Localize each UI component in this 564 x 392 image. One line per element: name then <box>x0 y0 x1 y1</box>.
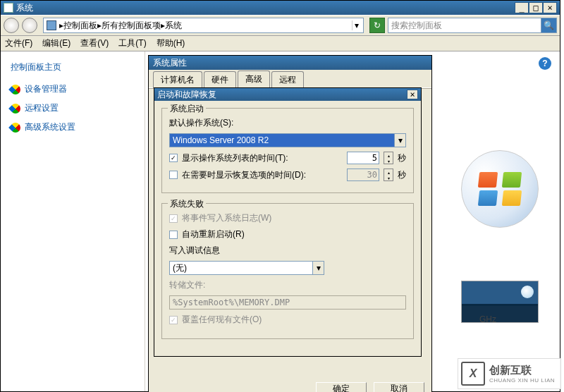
menu-view[interactable]: 查看(V) <box>80 37 109 49</box>
dialog-title: 启动和故障恢复 <box>157 89 216 101</box>
dialog-title[interactable]: 系统属性 <box>149 56 431 70</box>
default-os-value: Windows Server 2008 R2 <box>173 135 269 145</box>
overwrite-checkbox: ✓ <box>169 316 178 324</box>
computer-icon <box>47 20 56 30</box>
show-recovery-checkbox[interactable] <box>169 171 178 179</box>
breadcrumb-dropdown[interactable]: ▾ <box>352 20 360 30</box>
cpu-ghz-label: GHz <box>479 314 496 324</box>
write-event-checkbox: ✓ <box>169 214 178 223</box>
default-os-select[interactable]: Windows Server 2008 R2 ▾ <box>169 133 406 147</box>
windows-logo <box>461 150 539 228</box>
show-recovery-label: 在需要时显示恢复选项的时间(D): <box>182 169 343 181</box>
search-button[interactable]: 🔍 <box>541 18 556 32</box>
sidebar-item-device-manager[interactable]: 设备管理器 <box>11 83 135 95</box>
dump-file-path: %SystemRoot%\MEMORY.DMP <box>169 295 406 310</box>
tab-hardware[interactable]: 硬件 <box>204 71 236 88</box>
tab-remote[interactable]: 远程 <box>271 71 304 88</box>
sidebar: 控制面板主页 设备管理器 远程设置 高级系统设置 另请参阅 操作中心 Windo… <box>1 51 145 391</box>
show-os-list-checkbox[interactable]: ✓ <box>169 154 178 162</box>
watermark-logo: X <box>461 362 485 386</box>
chevron-down-icon[interactable]: ▾ <box>312 262 324 274</box>
dialog-titlebar[interactable]: 启动和故障恢复 × <box>154 88 421 101</box>
control-panel-home-link[interactable]: 控制面板主页 <box>11 61 135 73</box>
shield-icon <box>8 82 23 97</box>
startup-recovery-dialog: 启动和故障恢复 × 系统启动 默认操作系统(S): Windows Server… <box>154 87 422 357</box>
chevron-down-icon[interactable]: ▾ <box>394 134 405 147</box>
show-recovery-seconds: 30 <box>347 169 379 181</box>
system-icon <box>4 3 13 13</box>
maximize-button[interactable]: □ <box>529 2 543 13</box>
search-placeholder: 搜索控制面板 <box>388 20 541 32</box>
search-input[interactable]: 搜索控制面板 🔍 <box>388 18 557 33</box>
close-icon[interactable]: × <box>407 90 418 99</box>
seconds-unit: 秒 <box>398 152 406 164</box>
write-debug-label: 写入调试信息 <box>169 245 220 257</box>
help-icon[interactable]: ? <box>539 57 551 70</box>
titlebar[interactable]: 系统 _ □ × <box>1 1 560 15</box>
breadcrumb-part[interactable]: 所有控制面板项 <box>102 20 161 32</box>
show-os-list-label: 显示操作系统列表的时间(T): <box>182 152 343 164</box>
sidebar-item-label: 设备管理器 <box>25 83 67 95</box>
spinner[interactable]: ▴▾ <box>384 152 393 164</box>
system-failure-group: 系统失败 ✓ 将事件写入系统日志(W) 自动重新启动(R) 写入调试信息 (无)… <box>161 203 414 339</box>
nav-bar: ▸ 控制面板 ▸ 所有控制面板项 ▸ 系统 ▾ ↻ 搜索控制面板 🔍 <box>1 15 560 36</box>
auto-restart-label: 自动重新启动(R) <box>182 228 245 240</box>
window-title: 系统 <box>16 2 33 14</box>
overwrite-label: 覆盖任何现有文件(O) <box>182 314 262 326</box>
watermark-cn: 创新互联 <box>489 364 555 377</box>
group-caption: 系统失败 <box>168 198 206 210</box>
debug-info-value: (无) <box>170 262 187 274</box>
tab-computer-name[interactable]: 计算机名 <box>153 71 202 88</box>
shield-icon <box>8 102 23 116</box>
group-caption: 系统启动 <box>168 103 206 115</box>
dump-file-label: 转储文件: <box>169 279 205 291</box>
menu-file[interactable]: 文件(F) <box>5 37 32 49</box>
spinner: ▴▾ <box>384 169 393 181</box>
sidebar-item-advanced-settings[interactable]: 高级系统设置 <box>11 121 135 133</box>
default-os-label: 默认操作系统(S): <box>169 117 233 129</box>
ok-button[interactable]: 确定 <box>316 382 367 392</box>
sidebar-item-label: 高级系统设置 <box>25 121 75 133</box>
write-event-label: 将事件写入系统日志(W) <box>182 212 271 224</box>
back-button[interactable] <box>4 18 19 33</box>
tab-advanced[interactable]: 高级 <box>238 71 270 88</box>
menu-help[interactable]: 帮助(H) <box>157 37 185 49</box>
debug-info-select[interactable]: (无) ▾ <box>169 261 324 275</box>
refresh-button[interactable]: ↻ <box>369 18 385 33</box>
system-startup-group: 系统启动 默认操作系统(S): Windows Server 2008 R2 ▾… <box>161 108 414 193</box>
watermark-en: CHUANG XIN HU LIAN <box>489 377 555 384</box>
show-os-list-seconds[interactable]: 5 <box>347 152 379 164</box>
menu-edit[interactable]: 编辑(E) <box>42 37 70 49</box>
menu-tools[interactable]: 工具(T) <box>118 37 146 49</box>
breadcrumb-part[interactable]: 控制面板 <box>63 20 97 32</box>
watermark: X 创新互联 CHUANG XIN HU LIAN <box>458 358 561 389</box>
seconds-unit: 秒 <box>398 169 406 181</box>
shield-icon <box>8 121 23 135</box>
sidebar-item-remote-settings[interactable]: 远程设置 <box>11 102 135 114</box>
tabs: 计算机名 硬件 高级 远程 <box>149 70 431 88</box>
system-photo <box>461 281 539 323</box>
forward-button[interactable] <box>22 18 37 33</box>
minimize-button[interactable]: _ <box>515 2 529 13</box>
cancel-button[interactable]: 取消 <box>374 382 424 392</box>
menu-bar: 文件(F) 编辑(E) 查看(V) 工具(T) 帮助(H) <box>1 36 560 51</box>
auto-restart-checkbox[interactable] <box>169 231 178 239</box>
breadcrumb[interactable]: ▸ 控制面板 ▸ 所有控制面板项 ▸ 系统 ▾ <box>43 18 364 33</box>
close-button[interactable]: × <box>543 2 557 13</box>
breadcrumb-part[interactable]: 系统 <box>165 20 182 32</box>
sidebar-item-label: 远程设置 <box>25 102 59 114</box>
